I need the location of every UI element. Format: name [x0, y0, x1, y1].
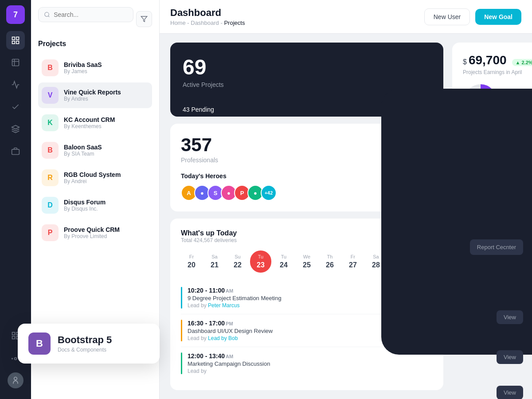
sidebar-item-briefcase[interactable]	[6, 142, 25, 160]
sidebar-item-layers[interactable]	[6, 120, 25, 138]
project-name: Disqus Forum	[64, 199, 149, 206]
svg-rect-2	[16, 41, 19, 44]
projects-panel: Projects B Briviba SaaS By James V Vine …	[31, 0, 160, 399]
bootstrap-title: Bootstrap 5	[58, 334, 112, 346]
project-item[interactable]: R RGB Cloud System By Andrei	[38, 165, 152, 191]
calendar-day[interactable]: Su22	[227, 250, 248, 273]
user-avatar[interactable]	[8, 372, 23, 388]
search-icon	[44, 11, 50, 18]
bootstrap-logo: B	[31, 332, 51, 355]
page-title: Dashboard	[170, 7, 245, 19]
view-button-2[interactable]: View	[497, 350, 523, 364]
event-lead: Lead by Peter Marcus	[188, 302, 282, 309]
event-time: 10:20 - 11:00AM	[188, 287, 282, 294]
calendar-day[interactable]: Sa21	[204, 250, 225, 273]
explore-tab[interactable]: Explore	[521, 124, 532, 154]
calendar-day[interactable]: Sa28	[365, 250, 387, 273]
project-by: By Andrei	[64, 178, 149, 184]
svg-rect-4	[12, 59, 19, 66]
svg-rect-3	[12, 41, 15, 44]
svg-rect-12	[12, 336, 15, 339]
event-title: Dashboard UI/UX Design Review	[188, 328, 273, 334]
donut-chart	[463, 82, 498, 118]
project-name: RGB Cloud System	[64, 171, 149, 178]
view-button-1[interactable]: View	[497, 310, 523, 324]
search-input[interactable]	[54, 11, 128, 18]
project-item[interactable]: P Proove Quick CRM By Proove Limited	[38, 220, 152, 246]
sidebar-item-tasks[interactable]	[6, 98, 25, 116]
legend-dot	[505, 106, 509, 109]
breadcrumb: Home - Dashboard - Projects	[170, 20, 245, 26]
legend-item: Leaf CRM $7,660	[505, 88, 532, 94]
bootstrap-popup: B Bootstrap 5 Docs & Components	[31, 324, 160, 364]
project-logo: V	[42, 87, 59, 104]
event-title: Marketing Campaign Discussion	[188, 360, 270, 367]
calendar-day[interactable]: Tu24	[273, 250, 294, 273]
new-user-button[interactable]: New User	[424, 8, 470, 25]
project-name: Briviba SaaS	[64, 61, 149, 68]
svg-line-18	[48, 16, 50, 17]
header: Dashboard Home - Dashboard - Projects Ne…	[160, 0, 532, 34]
calendar-day[interactable]: Mo30	[411, 250, 433, 273]
sidebar-item-analytics[interactable]	[6, 75, 25, 94]
event-item: 10:20 - 11:00AM 9 Degree Project Estimat…	[181, 282, 433, 314]
event-time: 16:30 - 17:00PM	[188, 320, 273, 327]
event-bar	[181, 320, 182, 341]
content-area: 69 Active Projects 43 Pending 72% 357 Pr…	[160, 34, 532, 399]
project-by: By Andres	[64, 96, 149, 102]
sidebar-item-grid[interactable]	[6, 53, 25, 72]
project-item[interactable]: V Vine Quick Reports By Andres	[38, 82, 152, 108]
project-name: KC Account CRM	[64, 116, 149, 123]
event-bar	[181, 352, 182, 374]
event-item: 12:00 - 13:40AM Marketing Campaign Discu…	[181, 347, 433, 379]
view-button-3[interactable]: View	[497, 386, 523, 399]
project-logo: K	[42, 114, 59, 131]
legend-item: Mivy App $2,820	[505, 96, 532, 102]
heroes-row: A●S●P●+42	[181, 185, 433, 201]
calendar-day[interactable]: Su29	[388, 250, 410, 273]
earnings-badge: ▲ 2.2%	[512, 59, 532, 66]
projects-list: B Briviba SaaS By James V Vine Quick Rep…	[38, 55, 152, 247]
project-item[interactable]: B Briviba SaaS By James	[38, 55, 152, 81]
filter-button[interactable]	[136, 11, 152, 27]
highlight-label: Avg. Client Rating	[463, 168, 509, 175]
project-logo: B	[42, 59, 59, 76]
professionals-count: 357	[181, 134, 433, 156]
project-by: By Keenthemes	[64, 123, 149, 129]
project-name: Vine Quick Reports	[64, 89, 149, 96]
report-center-button[interactable]: Report Cecnter	[470, 239, 523, 255]
svg-rect-1	[16, 37, 19, 40]
project-item[interactable]: K KC Account CRM By Keenthemes	[38, 110, 152, 136]
buynow-tab[interactable]: Buy now	[521, 191, 532, 223]
calendar-day[interactable]: Tu23	[250, 250, 271, 273]
event-title: 9 Degree Project Estimation Meeting	[188, 295, 282, 301]
active-projects-card: 69 Active Projects 43 Pending 72%	[170, 43, 443, 117]
help-tab[interactable]: Help	[521, 160, 532, 182]
project-name: Baloon SaaS	[64, 144, 149, 151]
active-projects-count: 69	[183, 55, 431, 79]
whats-up-sub: Total 424,567 deliveries	[181, 237, 433, 243]
project-logo: B	[42, 142, 59, 159]
project-by: By Proove Limited	[64, 233, 149, 239]
events-list: 10:20 - 11:00AM 9 Degree Project Estimat…	[181, 282, 433, 379]
svg-marker-19	[141, 16, 147, 22]
whats-up-card: What's up Today Total 424,567 deliveries…	[170, 219, 443, 390]
event-item: 16:30 - 17:00PM Dashboard UI/UX Design R…	[181, 314, 433, 347]
user-number-badge[interactable]: 7	[6, 5, 25, 24]
legend-name: Mivy App	[512, 96, 532, 102]
project-item[interactable]: B Baloon SaaS By SIA Team	[38, 137, 152, 163]
sidebar-item-dashboard[interactable]	[6, 31, 25, 50]
legend-name: Others	[512, 104, 528, 110]
new-goal-button[interactable]: New Goal	[475, 9, 521, 25]
svg-rect-8	[12, 149, 20, 155]
calendar-row: Fr20Sa21Su22Tu23Tu24We25Th26Fr27Sa28Su29…	[181, 250, 433, 273]
calendar-day[interactable]: We25	[296, 250, 317, 273]
calendar-day[interactable]: Th26	[319, 250, 340, 273]
whats-up-title: What's up Today	[181, 229, 433, 237]
projects-title: Projects	[38, 40, 152, 48]
calendar-day[interactable]: Fr27	[342, 250, 364, 273]
todays-heroes-title: Today's Heroes	[181, 172, 433, 180]
calendar-day[interactable]: Fr20	[181, 250, 202, 273]
svg-point-13	[15, 358, 17, 360]
project-item[interactable]: D Disqus Forum By Disqus Inc.	[38, 192, 152, 218]
